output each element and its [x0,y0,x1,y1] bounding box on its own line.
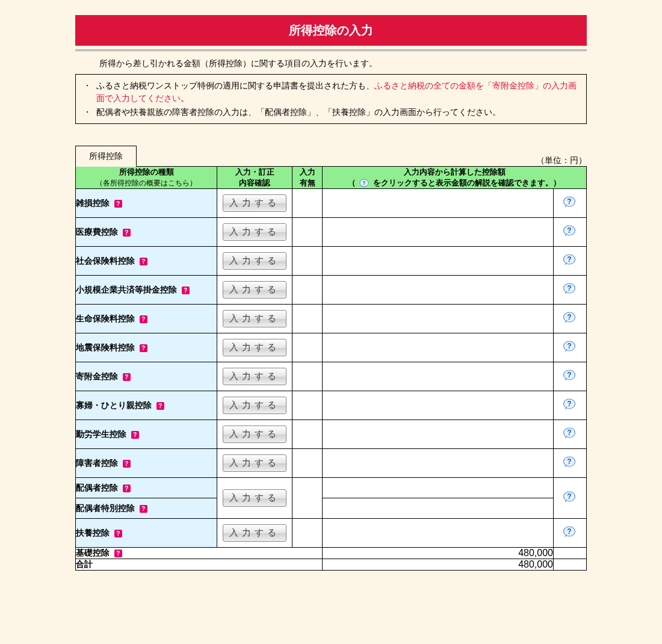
total-amount: 480,000 [323,559,554,571]
amount-cell [323,305,554,333]
notice-text: ふるさと納税ワンストップ特例の適用に関する申請書を提出された方も、 [96,81,374,90]
notice-item: ふるさと納税ワンストップ特例の適用に関する申請書を提出された方も、ふるさと納税の… [96,79,578,105]
input-button[interactable]: 入力する [223,281,286,299]
header-text: をクリックすると表示金額の解説を確認できます。） [373,178,561,187]
help-bubble-icon: ? [359,179,370,188]
table-row-base: 基礎控除 ?480,000 [76,548,587,559]
input-button[interactable]: 入力する [223,524,286,542]
help-icon[interactable]: ? [123,485,131,492]
amount-help-icon[interactable]: ? [563,456,577,468]
svg-text:?: ? [567,313,571,321]
unit-label: （単位：円） [536,155,587,166]
flag-cell [292,247,323,276]
button-cell: 入力する [217,247,292,276]
help-icon[interactable]: ? [182,286,190,294]
input-button[interactable]: 入力する [223,397,286,414]
total-label: 合計 [76,559,323,571]
input-button[interactable]: 入力する [223,252,286,270]
table-row: 寡婦・ひとり親控除 ?入力する? [76,391,587,420]
amount-cell [323,218,554,247]
amount-help-icon[interactable]: ? [563,427,577,439]
help-icon[interactable]: ? [123,229,131,237]
svg-text:?: ? [567,255,571,264]
deduction-type: 扶養控除 ? [76,519,217,548]
deduction-type: 生命保険料控除 ? [76,305,217,333]
amount-help-icon[interactable]: ? [563,341,577,353]
help-icon[interactable]: ? [123,460,131,468]
deduction-type: 寄附金控除 ? [76,362,217,391]
flag-cell [292,305,323,333]
table-row: 勤労学生控除 ?入力する? [76,420,587,449]
button-cell: 入力する [217,333,292,362]
input-button[interactable]: 入力する [223,489,286,507]
help-icon[interactable]: ? [140,315,147,323]
table-row: 社会保険料控除 ?入力する? [76,247,587,276]
input-button[interactable]: 入力する [223,194,286,212]
flag-cell [292,333,323,362]
help-cell: ? [554,391,587,420]
table-row: 医療費控除 ?入力する? [76,218,587,247]
flag-cell [292,478,323,519]
deduction-type: 寡婦・ひとり親控除 ? [76,391,217,420]
header-sublink[interactable]: （各所得控除の概要はこちら） [96,179,197,187]
intro-text: 所得から差し引かれる金額（所得控除）に関する項目の入力を行います。 [99,58,587,69]
input-button[interactable]: 入力する [223,310,286,327]
button-cell: 入力する [217,305,292,333]
input-button[interactable]: 入力する [223,454,286,472]
svg-text:?: ? [567,429,571,437]
amount-help-icon[interactable]: ? [563,254,577,266]
page-title: 所得控除の入力 [75,15,587,46]
help-cell: ? [554,305,587,333]
svg-text:?: ? [567,197,571,206]
deduction-type: 配偶者特別控除 ? [76,498,217,519]
notice-text: 。 [181,93,189,103]
amount-help-icon[interactable]: ? [563,398,577,410]
help-icon[interactable]: ? [114,200,122,208]
input-button[interactable]: 入力する [223,426,286,443]
table-row: 障害者控除 ?入力する? [76,449,587,478]
help-cell: ? [554,333,587,362]
help-cell: ? [554,478,587,519]
input-button[interactable]: 入力する [223,339,286,356]
help-icon[interactable]: ? [140,258,147,265]
notice-item: 配偶者や扶養親族の障害者控除の入力は、「配偶者控除」、「扶養控除」の入力画面から… [96,106,578,119]
flag-cell [292,362,323,391]
help-icon[interactable]: ? [131,431,139,439]
table-row: 扶養控除 ?入力する? [76,519,587,548]
header-text: 所得控除の種類 [119,167,174,176]
base-deduction-label: 基礎控除 ? [76,548,323,559]
button-cell: 入力する [217,189,292,218]
amount-cell [323,420,554,449]
help-icon[interactable]: ? [114,550,122,557]
input-button[interactable]: 入力する [223,368,286,385]
amount-cell [323,519,554,548]
amount-help-icon[interactable]: ? [563,526,577,538]
amount-help-icon[interactable]: ? [563,225,577,237]
button-cell: 入力する [217,478,292,519]
help-icon[interactable]: ? [123,373,131,381]
deduction-type: 医療費控除 ? [76,218,217,247]
help-icon[interactable]: ? [114,530,122,537]
button-cell: 入力する [217,218,292,247]
amount-help-icon[interactable]: ? [563,370,577,382]
amount-cell [323,189,554,218]
amount-cell [323,247,554,276]
amount-cell [323,276,554,305]
amount-help-icon[interactable]: ? [563,196,577,208]
amount-help-icon[interactable]: ? [563,283,577,295]
col-header-button: 入力・訂正 内容確認 [217,167,292,189]
table-row: 寄附金控除 ?入力する? [76,362,587,391]
input-button[interactable]: 入力する [223,223,286,241]
svg-text:?: ? [567,527,571,536]
help-icon[interactable]: ? [140,505,147,513]
amount-cell [323,449,554,478]
help-icon[interactable]: ? [140,344,147,352]
help-icon[interactable]: ? [156,402,164,410]
amount-help-icon[interactable]: ? [563,312,577,324]
amount-help-icon[interactable]: ? [563,491,577,503]
flag-cell [292,391,323,420]
table-row: 地震保険料控除 ?入力する? [76,333,587,362]
svg-text:?: ? [567,400,571,408]
svg-text:?: ? [567,226,571,235]
amount-cell [323,391,554,420]
